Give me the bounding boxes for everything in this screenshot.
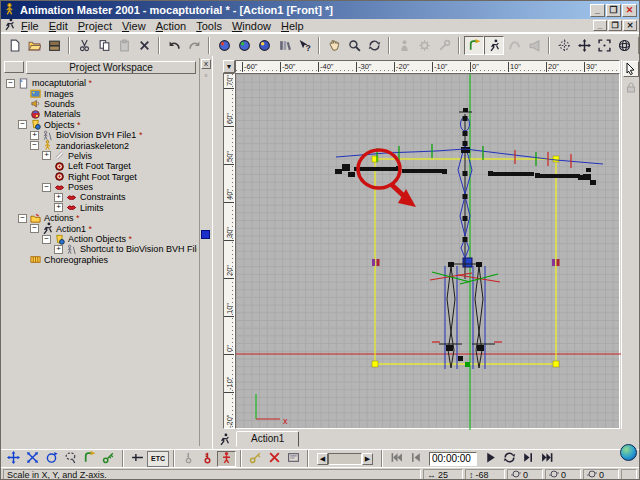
capture-chain-button[interactable] bbox=[80, 451, 99, 467]
rotate-manipulator-button[interactable] bbox=[42, 451, 61, 467]
tree-item-sounds[interactable]: Sounds bbox=[3, 99, 197, 109]
menu-file[interactable]: File bbox=[16, 20, 44, 32]
menu-action[interactable]: Action bbox=[151, 20, 192, 32]
go-start-button[interactable] bbox=[387, 451, 406, 467]
menu-tools[interactable]: Tools bbox=[191, 20, 227, 32]
translate-manipulator-button[interactable] bbox=[574, 36, 594, 55]
delete-keyframe-button[interactable] bbox=[265, 451, 284, 467]
open-project-button[interactable] bbox=[24, 36, 44, 55]
capture-bvh-button[interactable] bbox=[464, 36, 484, 55]
tab-action1[interactable]: Action1 bbox=[236, 431, 299, 447]
frame-slider[interactable]: ◀▶ bbox=[317, 453, 373, 465]
tree-item-choreographies[interactable]: Choreographies bbox=[3, 255, 197, 265]
minimize-button[interactable]: _ bbox=[590, 4, 605, 17]
panel-pin-icon[interactable]: ▫ bbox=[201, 71, 211, 83]
pan-button[interactable] bbox=[324, 36, 344, 55]
view-menu-dropdown[interactable]: ▼ bbox=[223, 60, 235, 73]
lasso-button[interactable] bbox=[61, 451, 80, 467]
key-skeletal-button[interactable] bbox=[179, 451, 198, 467]
tree-item-images[interactable]: Images bbox=[3, 88, 197, 98]
slider-right-arrow[interactable]: ▶ bbox=[362, 453, 373, 465]
panel-close-icon[interactable]: x bbox=[201, 59, 211, 69]
collapse-icon[interactable]: − bbox=[6, 79, 15, 88]
scale-manipulator-button[interactable] bbox=[23, 451, 42, 467]
tree-item-biovision-bvh-file1[interactable]: +BioVision BVH File1 * bbox=[3, 130, 197, 140]
menu-window[interactable]: Window bbox=[227, 20, 276, 32]
slider-left-arrow[interactable]: ◀ bbox=[317, 453, 328, 465]
selection-box[interactable] bbox=[372, 156, 560, 367]
globe-icon[interactable] bbox=[620, 444, 637, 461]
collapse-icon[interactable]: − bbox=[18, 120, 27, 129]
tree-item-shortcut-to-biovision-bvh-file1[interactable]: +Shortcut to BioVision BVH File1 * bbox=[3, 244, 197, 254]
mdi-minimize-button[interactable]: _ bbox=[593, 20, 607, 31]
collapse-icon[interactable]: − bbox=[42, 235, 51, 244]
etc-button[interactable]: ETC bbox=[147, 451, 169, 467]
new-project-button[interactable] bbox=[4, 36, 24, 55]
go-end-button[interactable] bbox=[538, 451, 557, 467]
collapse-icon[interactable]: − bbox=[18, 214, 27, 223]
key-pose-button[interactable] bbox=[217, 451, 236, 467]
close-button[interactable]: ✕ bbox=[622, 4, 637, 17]
collapse-icon[interactable]: − bbox=[30, 224, 39, 233]
zoom-button[interactable] bbox=[344, 36, 364, 55]
move-manipulator-button[interactable] bbox=[4, 451, 23, 467]
restore-button[interactable]: ❐ bbox=[606, 4, 621, 17]
selection-center-handle[interactable] bbox=[463, 258, 472, 267]
menu-help[interactable]: Help bbox=[276, 20, 309, 32]
viewport-grid[interactable]: x bbox=[235, 73, 620, 429]
pointer-tool-button[interactable] bbox=[623, 61, 639, 77]
tree-item-actions[interactable]: −Actions * bbox=[3, 213, 197, 223]
expand-icon[interactable]: + bbox=[30, 131, 39, 140]
menu-project[interactable]: Project bbox=[73, 20, 117, 32]
settings-mode-button[interactable] bbox=[414, 36, 434, 55]
lock-tool-button[interactable] bbox=[623, 79, 639, 95]
branch-key-button[interactable] bbox=[128, 451, 147, 467]
standard-manipulator-button[interactable] bbox=[554, 36, 574, 55]
menu-view[interactable]: View bbox=[117, 20, 151, 32]
new-model-button[interactable] bbox=[214, 36, 234, 55]
copy-button[interactable] bbox=[94, 36, 114, 55]
redo-button[interactable] bbox=[184, 36, 204, 55]
tree-item-materials[interactable]: Materials bbox=[3, 109, 197, 119]
copy-keyframe-button[interactable] bbox=[246, 451, 265, 467]
next-frame-button[interactable] bbox=[519, 451, 538, 467]
prev-frame-button[interactable] bbox=[406, 451, 425, 467]
tree-item-action-objects[interactable]: −Action Objects * bbox=[3, 234, 197, 244]
mdi-close-button[interactable]: ✕ bbox=[623, 20, 637, 31]
delete-button[interactable] bbox=[134, 36, 154, 55]
tree-item-pelvis[interactable]: +Pelvis bbox=[3, 151, 197, 161]
loop-button[interactable] bbox=[500, 451, 519, 467]
tree-item-limits[interactable]: +Limits bbox=[3, 203, 197, 213]
panel-grip[interactable] bbox=[4, 61, 24, 73]
expand-icon[interactable]: + bbox=[42, 151, 51, 160]
save-all-button[interactable] bbox=[44, 36, 64, 55]
slider-track[interactable] bbox=[328, 453, 362, 465]
new-material-button[interactable] bbox=[234, 36, 254, 55]
panel-scroll-thumb[interactable] bbox=[201, 230, 210, 239]
skeletal-mode-button[interactable] bbox=[484, 36, 504, 55]
character-mode-button[interactable] bbox=[394, 36, 414, 55]
new-action-button[interactable] bbox=[254, 36, 274, 55]
announce-button[interactable] bbox=[524, 36, 544, 55]
mdi-restore-button[interactable]: ❐ bbox=[608, 20, 622, 31]
tree-item-objects[interactable]: −Objects * bbox=[3, 120, 197, 130]
paste-button[interactable] bbox=[114, 36, 134, 55]
collapse-icon[interactable]: − bbox=[30, 141, 39, 150]
play-button[interactable] bbox=[481, 451, 500, 467]
expand-icon[interactable]: + bbox=[54, 193, 63, 202]
make-keyframe-button[interactable] bbox=[99, 451, 118, 467]
menu-edit[interactable]: Edit bbox=[44, 20, 73, 32]
expand-icon[interactable]: + bbox=[54, 245, 63, 254]
key-options-button[interactable] bbox=[284, 451, 303, 467]
scale-manipulator-button[interactable] bbox=[594, 36, 614, 55]
tree-item-constraints[interactable]: +Constraints bbox=[3, 192, 197, 202]
tree-item-poses[interactable]: −Poses bbox=[3, 182, 197, 192]
expand-icon[interactable]: + bbox=[54, 203, 63, 212]
tree-item-left-foot-target[interactable]: Left Foot Target bbox=[3, 161, 197, 171]
panel-title[interactable]: Project Workspace bbox=[26, 61, 196, 74]
timecode-input[interactable] bbox=[429, 452, 477, 466]
tree-item-right-foot-target[interactable]: Right Foot Target bbox=[3, 172, 197, 182]
library-button[interactable] bbox=[274, 36, 294, 55]
cut-button[interactable] bbox=[74, 36, 94, 55]
key-muscular-button[interactable] bbox=[198, 451, 217, 467]
